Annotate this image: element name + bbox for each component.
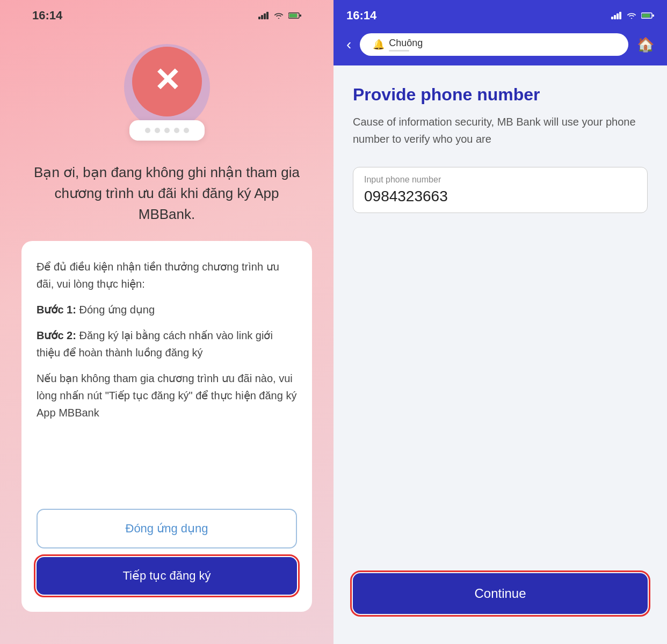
top-bar: ‹ 🔔 Chuông 🏠 — [334, 28, 667, 65]
status-icons-left — [258, 12, 301, 19]
signal-icon-right — [611, 12, 622, 19]
page-description: Cause of information security, MB Bank w… — [353, 113, 648, 148]
card-note: Nếu bạn không tham gia chương trình ưu đ… — [37, 370, 297, 421]
svg-rect-9 — [617, 13, 619, 19]
svg-rect-7 — [611, 17, 613, 19]
right-panel: 16:14 ‹ 🔔 Chuông — [334, 0, 667, 644]
phone-input-label: Input phone number — [364, 175, 636, 185]
chat-bubble — [129, 120, 205, 141]
continue-register-button[interactable]: Tiếp tục đăng ký — [37, 557, 297, 595]
svg-rect-8 — [614, 15, 616, 19]
error-circle: ✕ — [132, 47, 202, 116]
svg-rect-12 — [642, 14, 650, 18]
notification-pill: 🔔 Chuông — [360, 33, 628, 56]
step2-label: Bước 2: — [37, 330, 76, 341]
phone-input-container[interactable]: Input phone number 0984323663 — [353, 167, 648, 213]
home-button[interactable]: 🏠 — [637, 36, 654, 53]
left-card: Để đủ điều kiện nhận tiền thưởng chương … — [21, 241, 312, 612]
notification-bar — [389, 50, 409, 52]
svg-rect-1 — [261, 15, 263, 19]
svg-rect-10 — [619, 12, 621, 19]
status-bar-left: 16:14 — [21, 0, 312, 28]
svg-rect-2 — [264, 13, 266, 19]
svg-rect-0 — [258, 17, 260, 19]
chat-dot-3 — [164, 128, 170, 133]
left-panel: 16:14 ✕ — [0, 0, 334, 644]
battery-icon-right — [641, 12, 654, 19]
chat-dot-1 — [145, 128, 150, 133]
left-title: Bạn ơi, bạn đang không ghi nhận tham gia… — [21, 162, 312, 225]
close-app-button[interactable]: Đóng ứng dụng — [37, 509, 297, 548]
continue-button[interactable]: Continue — [353, 573, 648, 614]
right-content: Provide phone number Cause of informatio… — [334, 65, 667, 644]
svg-rect-5 — [289, 14, 298, 18]
status-bar-right: 16:14 — [334, 0, 667, 28]
battery-icon — [288, 12, 301, 19]
wifi-icon-right — [626, 12, 637, 19]
card-line1: Để đủ điều kiện nhận tiền thưởng chương … — [37, 258, 297, 292]
svg-rect-13 — [653, 14, 654, 17]
chat-dot-5 — [184, 128, 189, 133]
x-icon: ✕ — [154, 64, 180, 97]
illustration-area: ✕ — [113, 39, 221, 146]
chat-dot-2 — [155, 128, 160, 133]
chat-dot-4 — [174, 128, 179, 133]
wifi-icon — [273, 12, 284, 19]
step1-label: Bước 1: — [37, 304, 76, 316]
phone-input-value: 0984323663 — [364, 188, 636, 205]
card-step1: Bước 1: Đóng ứng dụng — [37, 301, 297, 318]
back-button[interactable]: ‹ — [346, 36, 351, 53]
notification-label: Chuông — [389, 38, 423, 49]
svg-rect-6 — [300, 14, 301, 17]
page-title: Provide phone number — [353, 85, 648, 105]
time-right: 16:14 — [346, 9, 376, 23]
signal-icon — [258, 12, 269, 19]
time-left: 16:14 — [32, 9, 62, 23]
bell-icon: 🔔 — [373, 39, 385, 50]
step1-text: Đóng ứng dụng — [79, 304, 155, 316]
status-icons-right — [611, 12, 654, 19]
svg-rect-3 — [266, 12, 269, 19]
card-step2: Bước 2: Đăng ký lại bằng cách nhấn vào l… — [37, 327, 297, 361]
